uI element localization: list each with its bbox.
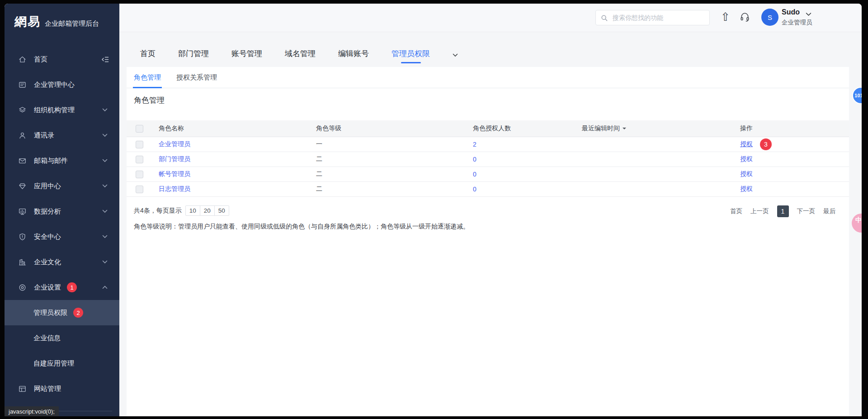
authorize-link[interactable]: 授权 xyxy=(740,185,753,193)
cell-actions: 授权 xyxy=(731,155,849,163)
red-count-badge: 3 xyxy=(760,138,772,150)
authorize-link[interactable]: 授权 xyxy=(740,170,753,178)
sidebar-item-label: 应用中心 xyxy=(34,182,61,190)
pagination-summary-row: 共4条，每页显示 102050 xyxy=(134,205,229,216)
sidebar-item-label: 安全中心 xyxy=(34,233,61,241)
person-icon xyxy=(18,131,27,140)
sidebar-item-contacts[interactable]: 通讯录 xyxy=(5,123,119,148)
pager-next[interactable]: 下一页 xyxy=(797,207,816,215)
headset-support-icon[interactable] xyxy=(740,12,750,24)
top-header: ⇧ S Sudo 企业管理员 xyxy=(119,4,862,32)
cell-authorized-count: 2 xyxy=(464,141,573,148)
sidebar-divider xyxy=(50,411,112,411)
sort-desc-icon[interactable] xyxy=(623,128,626,131)
cell-role-name: 帐号管理员 xyxy=(150,170,307,178)
authorized-count-link[interactable]: 2 xyxy=(473,141,476,148)
page-size-option[interactable]: 50 xyxy=(214,205,229,216)
authorized-count-link[interactable]: 0 xyxy=(473,171,476,178)
sidebar-item-website-management[interactable]: 网站管理 xyxy=(5,376,119,401)
section-title: 角色管理 xyxy=(134,95,165,105)
sidebar-item-label: 组织机构管理 xyxy=(34,106,75,114)
sidebar-item-mailbox[interactable]: 邮箱与邮件 xyxy=(5,148,119,173)
sidebar-item-enterprise-center[interactable]: 企业管理中心 xyxy=(5,72,119,97)
tab-home[interactable]: 首页 xyxy=(140,48,156,67)
col-header-actions: 操作 xyxy=(731,124,849,133)
chevron-down-icon xyxy=(102,159,108,162)
chevron-down-icon xyxy=(102,235,108,238)
authorized-count-link[interactable]: 0 xyxy=(473,186,476,193)
authorize-link[interactable]: 授权 xyxy=(740,155,753,163)
sidebar-item-label: 企业文化 xyxy=(34,258,61,267)
pager-first[interactable]: 首页 xyxy=(730,207,742,215)
cell-actions: 授权3 xyxy=(731,138,849,150)
authorize-link[interactable]: 授权 xyxy=(740,140,753,148)
pager-last[interactable]: 最后 xyxy=(823,207,835,215)
pager: 首页 上一页 1 下一页 最后 xyxy=(730,205,835,217)
logo: 網易 企业邮箱管理后台 xyxy=(14,14,99,30)
sidebar-item-organization[interactable]: 组织机构管理 xyxy=(5,97,119,123)
sidebar-item-security-center[interactable]: 安全中心 xyxy=(5,224,119,249)
tab-department[interactable]: 部门管理 xyxy=(178,48,209,67)
chevron-down-icon xyxy=(102,184,108,188)
cell-actions: 授权 xyxy=(731,170,849,178)
row-checkbox[interactable] xyxy=(136,171,143,178)
page-size-selector: 102050 xyxy=(185,205,229,216)
row-select-cell xyxy=(127,171,150,178)
avatar[interactable]: S xyxy=(761,9,778,26)
table-header-row: 角色名称角色等级角色授权人数最近编辑时间操作 xyxy=(127,120,849,137)
cell-role-name: 日志管理员 xyxy=(150,185,307,193)
select-all-checkbox[interactable] xyxy=(136,125,143,133)
cell-authorized-count: 0 xyxy=(464,156,573,163)
subtab-authorization-relations[interactable]: 授权关系管理 xyxy=(176,73,217,88)
building-icon xyxy=(18,257,27,267)
sidebar-item-company-settings[interactable]: 企业设置1 xyxy=(5,275,119,300)
sidebar-item-home[interactable]: 首页 xyxy=(5,47,119,72)
role-level-note: 角色等级说明：管理员用户只能查看、使用同级或低级的角色（与自身所属角色类比）；角… xyxy=(134,223,469,231)
sidebar-item-culture[interactable]: 企业文化 xyxy=(5,249,119,275)
row-select-cell xyxy=(127,141,150,148)
cell-authorized-count: 0 xyxy=(464,171,573,178)
window-icon xyxy=(18,384,27,393)
role-name-link[interactable]: 帐号管理员 xyxy=(159,170,190,178)
roles-table: 角色名称角色等级角色授权人数最近编辑时间操作企业管理员一2授权3部门管理员二0授… xyxy=(127,120,849,197)
page-size-option[interactable]: 20 xyxy=(200,205,215,216)
layers-icon xyxy=(18,105,27,114)
role-name-link[interactable]: 企业管理员 xyxy=(159,140,190,148)
sub-tabbar: 角色管理授权关系管理 xyxy=(127,67,849,88)
collapse-sidebar-icon[interactable] xyxy=(101,56,109,63)
col-header-last-edited: 最近编辑时间 xyxy=(573,124,731,133)
tab-domain[interactable]: 域名管理 xyxy=(285,48,316,67)
col-header-authorized-count: 角色授权人数 xyxy=(464,124,573,133)
search-input[interactable] xyxy=(612,14,705,22)
row-checkbox[interactable] xyxy=(136,186,143,193)
pager-prev[interactable]: 上一页 xyxy=(750,207,769,215)
subtab-role-management[interactable]: 角色管理 xyxy=(134,73,161,88)
product-name: 企业邮箱管理后台 xyxy=(45,19,99,28)
sidebar-item-admin-permissions[interactable]: 管理员权限2 xyxy=(5,300,119,325)
row-checkbox[interactable] xyxy=(136,141,143,148)
role-name-link[interactable]: 日志管理员 xyxy=(159,185,190,193)
sidebar-item-custom-app-management[interactable]: 自建应用管理 xyxy=(5,351,119,376)
header-cell-select xyxy=(127,125,150,133)
tab-admin-permissions[interactable]: 管理员权限 xyxy=(392,48,430,67)
home-icon xyxy=(18,55,27,64)
authorized-count-link[interactable]: 0 xyxy=(473,156,476,163)
nav-tabbar: 首页部门管理账号管理域名管理编辑账号管理员权限 xyxy=(140,32,862,67)
tab-account[interactable]: 账号管理 xyxy=(231,48,262,67)
sidebar-item-data-analytics[interactable]: 数据分析 xyxy=(5,199,119,224)
row-checkbox[interactable] xyxy=(136,156,143,163)
cell-role-level: 二 xyxy=(307,185,464,193)
upload-icon[interactable]: ⇧ xyxy=(721,10,730,24)
pager-current-page[interactable]: 1 xyxy=(777,205,789,217)
tab-edit-account[interactable]: 编辑账号 xyxy=(338,48,369,67)
table-row: 日志管理员二0授权 xyxy=(127,182,849,197)
cell-actions: 授权 xyxy=(731,185,849,193)
table-row: 部门管理员二0授权 xyxy=(127,152,849,167)
sidebar-item-app-center[interactable]: 应用中心 xyxy=(5,173,119,199)
user-menu-chevron-icon[interactable] xyxy=(806,12,811,16)
role-name-link[interactable]: 部门管理员 xyxy=(159,155,190,163)
sidebar-item-company-info[interactable]: 企业信息 xyxy=(5,325,119,351)
page-size-option[interactable]: 10 xyxy=(185,205,200,216)
more-tabs-chevron-icon[interactable] xyxy=(453,53,458,67)
search-box xyxy=(595,10,710,25)
